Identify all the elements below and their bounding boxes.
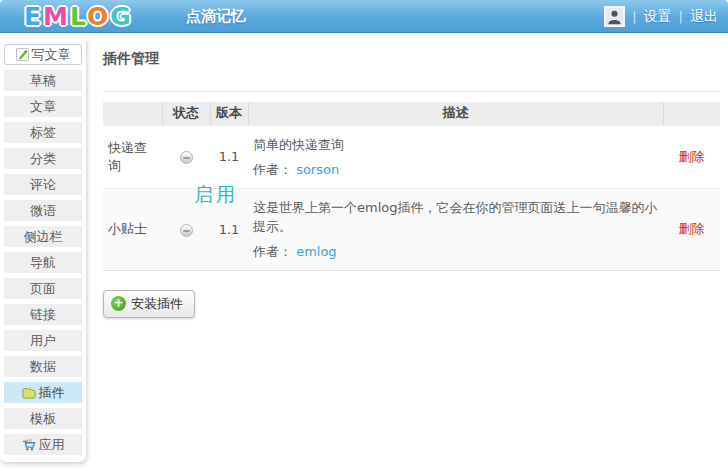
delete-plugin-link[interactable]: 删除 <box>679 149 705 164</box>
plugin-table: 状态 版本 描述 快递查询 1.1 简单的快递查询 作者： sorson 删除 <box>103 102 720 271</box>
sidebar-item-data[interactable]: 数据 <box>4 356 82 377</box>
author-link[interactable]: emlog <box>296 244 336 259</box>
logo-letter: O <box>87 2 110 31</box>
sidebar-item-categories[interactable]: 分类 <box>4 148 82 169</box>
top-bar: EMLOG 点滴记忆 | 设置 | 退出 <box>0 0 728 33</box>
main-content: 插件管理 状态 版本 描述 快递查询 1.1 简单的快递查询 作者： s <box>103 50 720 318</box>
sidebar-item-label: 插件 <box>39 382 65 403</box>
user-avatar[interactable] <box>604 6 625 27</box>
sidebar-item-microblog[interactable]: 微语 <box>4 200 82 221</box>
sidebar-item-apps[interactable]: 应用 <box>4 434 82 455</box>
header-user-area: | 设置 | 退出 <box>604 0 718 33</box>
plugin-status-toggle[interactable] <box>180 224 193 237</box>
sidebar-item-label: 评论 <box>30 174 56 195</box>
logout-link[interactable]: 退出 <box>690 8 718 26</box>
author-label: 作者： <box>253 162 292 177</box>
sidebar-item-label: 文章 <box>30 96 56 117</box>
sidebar-item-comments[interactable]: 评论 <box>4 174 82 195</box>
author-link[interactable]: sorson <box>296 162 339 177</box>
sidebar-item-label: 分类 <box>30 148 56 169</box>
plugin-name: 快递查询 <box>103 125 162 188</box>
emlog-logo[interactable]: EMLOG <box>24 1 133 32</box>
sidebar-item-templates[interactable]: 模板 <box>4 408 82 429</box>
sidebar-item-navigation[interactable]: 导航 <box>4 252 82 273</box>
sidebar-item-sidebar-widgets[interactable]: 侧边栏 <box>4 226 82 247</box>
sidebar-item-label: 侧边栏 <box>24 226 63 247</box>
install-plugin-button[interactable]: + 安装插件 <box>103 290 195 318</box>
plugin-icon <box>22 386 36 399</box>
plus-icon: + <box>111 296 126 311</box>
author-label: 作者： <box>253 244 292 259</box>
admin-sidebar: 写文章 草稿 文章 标签 分类 评论 微语 侧边栏 导航 页面 链接 用户 数据… <box>0 39 86 462</box>
sidebar-item-label: 写文章 <box>32 44 71 65</box>
table-header-row: 状态 版本 描述 <box>103 102 720 125</box>
separator: | <box>632 9 636 24</box>
sidebar-item-tags[interactable]: 标签 <box>4 122 82 143</box>
plugin-author-line: 作者： sorson <box>253 160 658 179</box>
sidebar-item-label: 用户 <box>30 330 56 351</box>
sidebar-item-label: 标签 <box>30 122 56 143</box>
delete-plugin-link[interactable]: 删除 <box>679 221 705 236</box>
plugin-status-toggle[interactable] <box>180 151 193 164</box>
plugin-version: 1.1 <box>210 125 248 188</box>
sidebar-item-plugins[interactable]: 插件 <box>4 382 82 403</box>
cart-icon <box>22 438 36 451</box>
page-title: 插件管理 <box>103 50 720 68</box>
table-row: 快递查询 1.1 简单的快递查询 作者： sorson 删除 <box>103 125 720 188</box>
sidebar-item-users[interactable]: 用户 <box>4 330 82 351</box>
logo-letter: M <box>43 2 70 31</box>
sidebar-item-label: 应用 <box>39 434 65 455</box>
plugin-author-line: 作者： emlog <box>253 242 658 261</box>
sidebar-item-label: 导航 <box>30 252 56 273</box>
plugin-description: 这是世界上第一个emlog插件，它会在你的管理页面送上一句温馨的小提示。 <box>253 198 658 236</box>
logo-letter: E <box>24 2 43 31</box>
settings-link[interactable]: 设置 <box>644 8 672 26</box>
sidebar-item-links[interactable]: 链接 <box>4 304 82 325</box>
column-header-version: 版本 <box>210 102 248 125</box>
sidebar-item-write-post[interactable]: 写文章 <box>4 44 82 65</box>
install-button-label: 安装插件 <box>131 295 183 313</box>
sidebar-item-label: 模板 <box>30 408 56 429</box>
sidebar-item-label: 草稿 <box>30 70 56 91</box>
sidebar-item-label: 微语 <box>30 200 56 221</box>
column-header-name <box>103 102 162 125</box>
plugin-description: 简单的快递查询 <box>253 135 658 154</box>
sidebar-item-label: 页面 <box>30 278 56 299</box>
site-title[interactable]: 点滴记忆 <box>186 0 246 33</box>
person-icon <box>606 8 623 25</box>
sidebar-item-posts[interactable]: 文章 <box>4 96 82 117</box>
table-row: 小贴士 1.1 这是世界上第一个emlog插件，它会在你的管理页面送上一句温馨的… <box>103 188 720 270</box>
sidebar-item-drafts[interactable]: 草稿 <box>4 70 82 91</box>
column-header-action <box>663 102 720 125</box>
plugin-version: 1.1 <box>210 188 248 270</box>
column-header-status: 状态 <box>162 102 210 125</box>
separator: | <box>679 9 683 24</box>
divider <box>103 91 720 92</box>
logo-letter: G <box>110 2 133 31</box>
column-header-description: 描述 <box>248 102 663 125</box>
sidebar-item-pages[interactable]: 页面 <box>4 278 82 299</box>
sidebar-item-label: 链接 <box>30 304 56 325</box>
plugin-name: 小贴士 <box>103 188 162 270</box>
pencil-icon <box>16 48 29 61</box>
logo-letter: L <box>70 2 87 31</box>
sidebar-item-label: 数据 <box>30 356 56 377</box>
